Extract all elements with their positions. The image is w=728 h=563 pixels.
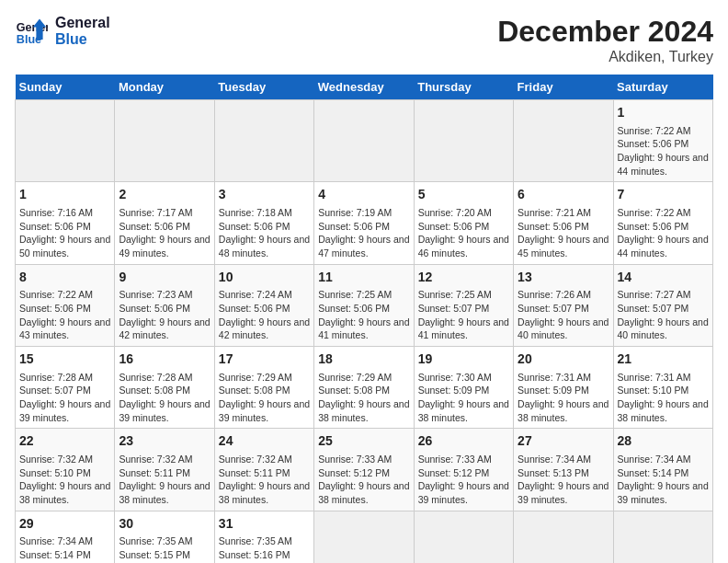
day-info: Sunrise: 7:22 AMSunset: 5:06 PMDaylight:…: [618, 206, 709, 260]
day-number: 28: [618, 432, 709, 451]
day-cell: 24Sunrise: 7:32 AMSunset: 5:11 PMDayligh…: [214, 429, 313, 511]
day-header-sunday: Sunday: [16, 75, 115, 100]
day-number: 20: [518, 350, 609, 369]
day-cell: 1Sunrise: 7:22 AMSunset: 5:06 PMDaylight…: [613, 100, 712, 182]
day-number: 2: [119, 186, 210, 204]
day-header-wednesday: Wednesday: [314, 75, 414, 100]
day-header-friday: Friday: [514, 75, 613, 100]
day-number: 19: [418, 350, 509, 369]
day-info: Sunrise: 7:17 AMSunset: 5:06 PMDaylight:…: [119, 206, 210, 260]
day-cell: 12Sunrise: 7:25 AMSunset: 5:07 PMDayligh…: [414, 264, 513, 346]
week-row-4: 22Sunrise: 7:32 AMSunset: 5:10 PMDayligh…: [16, 429, 713, 511]
week-row-1: 1Sunrise: 7:16 AMSunset: 5:06 PMDaylight…: [16, 182, 713, 264]
day-cell: 3Sunrise: 7:18 AMSunset: 5:06 PMDaylight…: [214, 182, 313, 264]
logo-icon: General Blue: [15, 15, 48, 48]
day-number: 31: [219, 515, 310, 534]
day-header-thursday: Thursday: [414, 75, 513, 100]
day-cell: 27Sunrise: 7:34 AMSunset: 5:13 PMDayligh…: [514, 429, 613, 511]
week-row-3: 15Sunrise: 7:28 AMSunset: 5:07 PMDayligh…: [16, 347, 713, 429]
day-info: Sunrise: 7:33 AMSunset: 5:12 PMDaylight:…: [418, 453, 509, 507]
day-header-tuesday: Tuesday: [214, 75, 313, 100]
logo-text-line1: General: [55, 15, 110, 31]
day-cell: 10Sunrise: 7:24 AMSunset: 5:06 PMDayligh…: [214, 264, 313, 346]
day-cell: 23Sunrise: 7:32 AMSunset: 5:11 PMDayligh…: [115, 429, 214, 511]
day-info: Sunrise: 7:24 AMSunset: 5:06 PMDaylight:…: [219, 288, 310, 342]
day-cell: [514, 100, 613, 182]
day-cell: 5Sunrise: 7:20 AMSunset: 5:06 PMDaylight…: [414, 182, 513, 264]
day-number: 1: [19, 186, 110, 204]
day-number: 15: [19, 350, 110, 369]
day-cell: 2Sunrise: 7:17 AMSunset: 5:06 PMDaylight…: [115, 182, 214, 264]
day-number: 26: [418, 432, 509, 451]
day-info: Sunrise: 7:33 AMSunset: 5:12 PMDaylight:…: [318, 453, 409, 507]
main-title: December 2024: [497, 15, 713, 49]
day-number: 27: [518, 432, 609, 451]
day-cell: 14Sunrise: 7:27 AMSunset: 5:07 PMDayligh…: [613, 264, 712, 346]
calendar-table: SundayMondayTuesdayWednesdayThursdayFrid…: [15, 75, 713, 563]
day-cell: 7Sunrise: 7:22 AMSunset: 5:06 PMDaylight…: [613, 182, 712, 264]
day-info: Sunrise: 7:35 AMSunset: 5:15 PMDaylight:…: [119, 534, 210, 563]
day-number: 21: [618, 350, 709, 369]
day-cell: [314, 511, 414, 563]
day-number: 16: [119, 350, 210, 369]
subtitle: Akdiken, Turkey: [497, 49, 713, 65]
day-cell: 9Sunrise: 7:23 AMSunset: 5:06 PMDaylight…: [115, 264, 214, 346]
day-number: 11: [318, 269, 409, 287]
day-info: Sunrise: 7:27 AMSunset: 5:07 PMDaylight:…: [618, 288, 709, 342]
days-header-row: SundayMondayTuesdayWednesdayThursdayFrid…: [16, 75, 713, 100]
day-cell: [16, 100, 115, 182]
day-cell: 19Sunrise: 7:30 AMSunset: 5:09 PMDayligh…: [414, 347, 513, 429]
day-cell: 22Sunrise: 7:32 AMSunset: 5:10 PMDayligh…: [16, 429, 115, 511]
day-info: Sunrise: 7:28 AMSunset: 5:08 PMDaylight:…: [119, 371, 210, 425]
day-info: Sunrise: 7:30 AMSunset: 5:09 PMDaylight:…: [418, 371, 509, 425]
day-cell: 6Sunrise: 7:21 AMSunset: 5:06 PMDaylight…: [514, 182, 613, 264]
day-cell: 20Sunrise: 7:31 AMSunset: 5:09 PMDayligh…: [514, 347, 613, 429]
day-info: Sunrise: 7:25 AMSunset: 5:07 PMDaylight:…: [418, 288, 509, 342]
day-info: Sunrise: 7:32 AMSunset: 5:11 PMDaylight:…: [219, 453, 310, 507]
day-info: Sunrise: 7:34 AMSunset: 5:13 PMDaylight:…: [518, 453, 609, 507]
day-info: Sunrise: 7:32 AMSunset: 5:11 PMDaylight:…: [119, 453, 210, 507]
day-cell: [214, 100, 313, 182]
day-cell: 25Sunrise: 7:33 AMSunset: 5:12 PMDayligh…: [314, 429, 414, 511]
logo-text-line2: Blue: [55, 31, 110, 48]
day-cell: 8Sunrise: 7:22 AMSunset: 5:06 PMDaylight…: [16, 264, 115, 346]
day-info: Sunrise: 7:18 AMSunset: 5:06 PMDaylight:…: [219, 206, 310, 260]
day-number: 3: [219, 186, 310, 204]
day-number: 30: [119, 515, 210, 534]
day-info: Sunrise: 7:29 AMSunset: 5:08 PMDaylight:…: [318, 371, 409, 425]
day-info: Sunrise: 7:34 AMSunset: 5:14 PMDaylight:…: [19, 534, 110, 563]
day-cell: 21Sunrise: 7:31 AMSunset: 5:10 PMDayligh…: [613, 347, 712, 429]
day-info: Sunrise: 7:20 AMSunset: 5:06 PMDaylight:…: [418, 206, 509, 260]
day-info: Sunrise: 7:32 AMSunset: 5:10 PMDaylight:…: [19, 453, 110, 507]
day-cell: 11Sunrise: 7:25 AMSunset: 5:06 PMDayligh…: [314, 264, 414, 346]
day-cell: [115, 100, 214, 182]
day-number: 9: [119, 269, 210, 287]
day-cell: [314, 100, 414, 182]
day-info: Sunrise: 7:35 AMSunset: 5:16 PMDaylight:…: [219, 534, 310, 563]
day-cell: 15Sunrise: 7:28 AMSunset: 5:07 PMDayligh…: [16, 347, 115, 429]
day-info: Sunrise: 7:31 AMSunset: 5:10 PMDaylight:…: [618, 371, 709, 425]
week-row-2: 8Sunrise: 7:22 AMSunset: 5:06 PMDaylight…: [16, 264, 713, 346]
day-info: Sunrise: 7:19 AMSunset: 5:06 PMDaylight:…: [318, 206, 409, 260]
logo: General Blue General Blue: [15, 15, 110, 48]
day-cell: 30Sunrise: 7:35 AMSunset: 5:15 PMDayligh…: [115, 511, 214, 563]
day-cell: 31Sunrise: 7:35 AMSunset: 5:16 PMDayligh…: [214, 511, 313, 563]
day-number: 1: [618, 104, 709, 122]
day-cell: [613, 511, 712, 563]
page-header: General Blue General Blue December 2024 …: [15, 15, 713, 65]
day-number: 14: [618, 269, 709, 287]
day-number: 24: [219, 432, 310, 451]
day-number: 25: [318, 432, 409, 451]
day-number: 7: [618, 186, 709, 204]
day-cell: [514, 511, 613, 563]
week-row-0: 1Sunrise: 7:22 AMSunset: 5:06 PMDaylight…: [16, 100, 713, 182]
day-info: Sunrise: 7:34 AMSunset: 5:14 PMDaylight:…: [618, 453, 709, 507]
day-number: 12: [418, 269, 509, 287]
day-number: 13: [518, 269, 609, 287]
day-info: Sunrise: 7:22 AMSunset: 5:06 PMDaylight:…: [19, 288, 110, 342]
day-number: 17: [219, 350, 310, 369]
calendar-body: 1Sunrise: 7:22 AMSunset: 5:06 PMDaylight…: [16, 100, 713, 564]
day-number: 6: [518, 186, 609, 204]
day-info: Sunrise: 7:22 AMSunset: 5:06 PMDaylight:…: [618, 124, 709, 178]
day-info: Sunrise: 7:21 AMSunset: 5:06 PMDaylight:…: [518, 206, 609, 260]
